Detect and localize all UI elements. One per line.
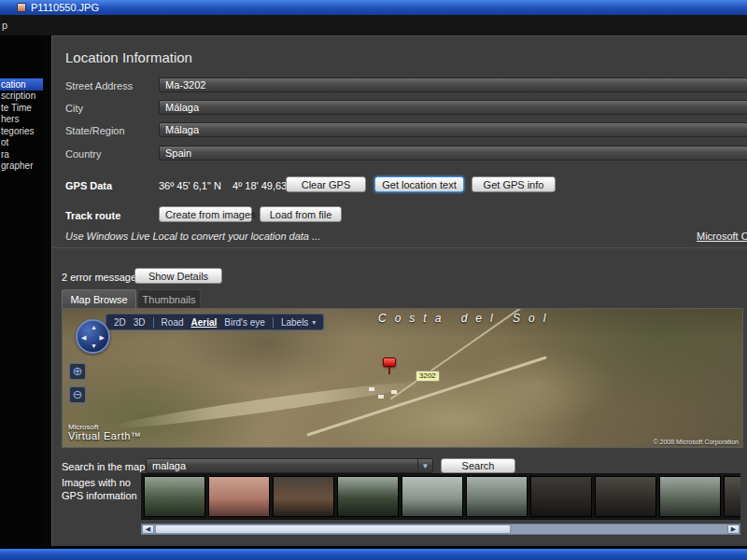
sidebar-item[interactable]: ot: [0, 137, 43, 149]
map-pan-control[interactable]: ▲ ▼ ◀ ▶: [76, 319, 110, 354]
map-view-2d[interactable]: 2D: [114, 317, 126, 328]
toolbar-separator: [273, 317, 274, 328]
map-search-input[interactable]: [147, 459, 417, 472]
scroll-right-icon[interactable]: ▶: [727, 525, 740, 534]
application-window: P1110550.JPG p cationscriptionte Timeher…: [0, 0, 747, 560]
section-divider: [52, 247, 747, 248]
tab-map-browse-label: Map Browse: [70, 294, 127, 305]
sidebar-item[interactable]: tegories: [0, 125, 43, 137]
tab-thumbnails-label: Thumbnails: [143, 294, 196, 305]
pan-right-icon[interactable]: ▶: [100, 334, 105, 341]
country-label: Country: [65, 148, 102, 160]
map-view-aerial[interactable]: Aerial: [191, 317, 218, 328]
thumbnail-image[interactable]: [273, 476, 334, 517]
city-label: City: [65, 103, 83, 114]
window-title: P1110550.JPG: [31, 2, 99, 13]
tab-map-browse[interactable]: Map Browse: [62, 289, 136, 308]
sidebar-item[interactable]: scription: [0, 91, 43, 103]
logo-virtual-earth: Virtual Earth™: [68, 431, 141, 442]
sidebar-nav: cationscriptionte Timeherstegoriesotragr…: [0, 35, 43, 546]
sidebar-item[interactable]: hers: [0, 114, 43, 126]
scroll-left-icon[interactable]: ◀: [142, 525, 154, 534]
track-route-label: Track route: [65, 210, 120, 221]
zoom-out-button[interactable]: ⊖: [69, 386, 86, 403]
get-gps-info-button[interactable]: Get GPS info: [472, 176, 556, 192]
chevron-down-icon: ▾: [312, 318, 316, 327]
map-view-3d[interactable]: 3D: [134, 317, 146, 328]
combo-dropdown-icon[interactable]: ▼: [417, 459, 432, 472]
state-region-label: State/Region: [65, 125, 125, 136]
thumbnail-image[interactable]: [724, 476, 740, 517]
pan-left-icon[interactable]: ◀: [81, 334, 86, 341]
map-view[interactable]: Costa del Sol 2D3DRoadAerialBird's eyeLa…: [62, 308, 743, 448]
map-riverbed: [110, 376, 427, 433]
map-toolbar: 2D3DRoadAerialBird's eyeLabels▾: [106, 314, 324, 330]
road-number-label: 3202: [416, 371, 440, 382]
scrollbar-thumb[interactable]: [155, 525, 511, 534]
thumbnail-scrollbar[interactable]: ◀ ▶: [141, 524, 740, 535]
sidebar-item[interactable]: te Time: [0, 102, 43, 114]
toolbar-separator: [153, 317, 154, 328]
map-search-combo: ▼: [146, 458, 433, 473]
country-input[interactable]: [159, 146, 747, 161]
map-pushpin-stem: [388, 367, 390, 374]
scrollbar-track[interactable]: [154, 525, 727, 534]
load-from-file-button[interactable]: Load from file: [260, 206, 342, 222]
state-region-input[interactable]: [159, 122, 747, 137]
map-view-labels[interactable]: Labels: [281, 317, 308, 328]
city-input[interactable]: [159, 100, 747, 115]
gps-data-label: GPS Data: [65, 180, 112, 191]
street-address-label: Street Address: [65, 80, 133, 91]
thumbnail-image[interactable]: [466, 476, 528, 517]
show-details-button[interactable]: Show Details: [134, 268, 222, 284]
map-building: [391, 390, 397, 394]
sidebar-item[interactable]: ra: [0, 148, 43, 161]
microsoft-link[interactable]: Microsoft On: [697, 231, 747, 242]
map-building: [369, 387, 374, 391]
zoom-in-button[interactable]: ⊕: [69, 363, 86, 380]
search-button[interactable]: Search: [441, 458, 515, 473]
map-pushpin[interactable]: [383, 357, 396, 367]
error-message: 2 error messages.: [62, 272, 145, 283]
thumbnail-image[interactable]: [337, 476, 399, 517]
map-view-road[interactable]: Road: [162, 317, 184, 328]
menu-item[interactable]: p: [2, 20, 7, 31]
pan-down-icon[interactable]: ▼: [91, 343, 97, 349]
search-map-label: Search in the map: [62, 461, 145, 472]
tab-thumbnails[interactable]: Thumbnails: [137, 289, 201, 308]
map-view-bird-s-eye[interactable]: Bird's eye: [224, 317, 265, 328]
taskbar[interactable]: [0, 549, 747, 560]
street-address-input[interactable]: [159, 77, 747, 92]
thumbnail-image[interactable]: [530, 476, 592, 517]
thumbnail-image[interactable]: [402, 476, 463, 517]
title-bar[interactable]: P1110550.JPG: [0, 0, 747, 15]
pan-up-icon[interactable]: ▲: [91, 324, 97, 330]
thumbnail-image[interactable]: [595, 476, 656, 517]
thumbnail-image[interactable]: [659, 476, 721, 517]
map-copyright: © 2008 Microsoft Corporation: [653, 439, 739, 445]
virtual-earth-logo: Microsoft Virtual Earth™: [68, 424, 141, 442]
thumbnail-strip: [141, 473, 740, 520]
windows-live-hint: Use Windows Live Local to convert your l…: [65, 231, 320, 242]
gps-coordinates: 36º 45' 6,1" N 4º 18' 49,63" W: [159, 180, 303, 191]
thumbnail-image[interactable]: [208, 476, 270, 517]
thumbnail-image[interactable]: [144, 476, 205, 517]
map-building: [378, 395, 384, 399]
get-location-text-button[interactable]: Get location text: [374, 176, 464, 192]
create-from-images-button[interactable]: Create from images: [159, 206, 252, 222]
sidebar-item[interactable]: cation: [0, 78, 43, 91]
no-gps-label: Images with no GPS information: [62, 476, 142, 502]
menu-bar: p: [0, 15, 747, 35]
map-region-label: Costa del Sol: [378, 312, 554, 325]
app-icon: [17, 3, 26, 12]
sidebar-item[interactable]: grapher: [0, 161, 43, 173]
clear-gps-button[interactable]: Clear GPS: [286, 176, 366, 192]
location-panel: Location Information Street Address City…: [51, 35, 747, 546]
page-title: Location Information: [65, 49, 192, 65]
